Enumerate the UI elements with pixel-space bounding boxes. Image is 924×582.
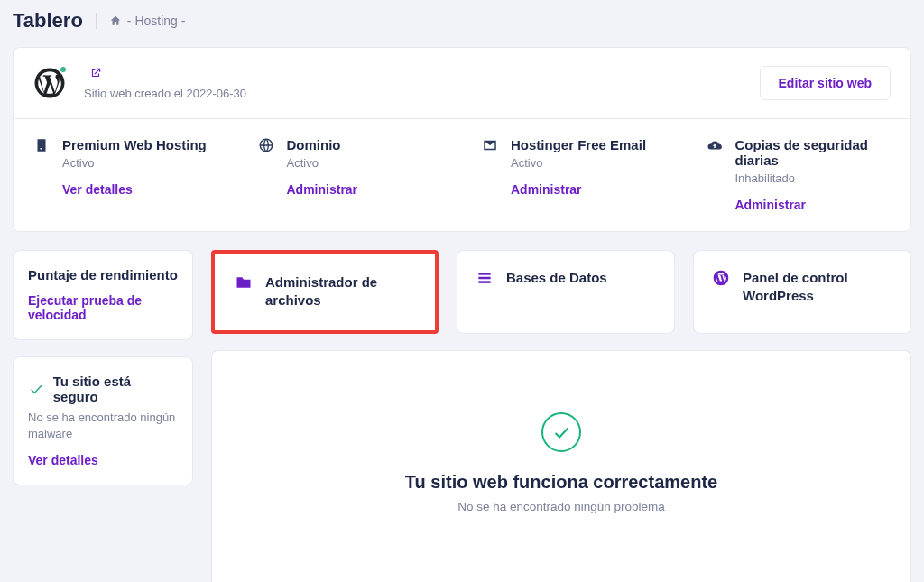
feature-link-manage[interactable]: Administrar [511,182,582,197]
site-info: Sitio web creado el 2022-06-30 [84,66,246,100]
separator [96,13,97,29]
status-dot-icon [59,65,68,74]
svg-rect-2 [478,277,490,280]
status-ok-circle-icon [541,412,581,452]
site-created-text: Sitio web creado el 2022-06-30 [84,87,246,100]
folder-icon [235,273,253,291]
page-title: Tablero [13,9,83,32]
feature-link-details[interactable]: Ver detalles [62,182,133,197]
external-link-icon [89,67,102,79]
title-bar: Tablero - Hosting - [13,0,911,47]
edit-site-button[interactable]: Editar sitio web [760,66,891,100]
tool-wordpress-panel[interactable]: Panel de control WordPress [693,250,911,334]
status-title: Tu sitio web funciona correctamente [405,472,717,493]
performance-card: Puntaje de rendimiento Ejecutar prueba d… [13,250,193,340]
tool-label: Administrador de archivos [265,273,415,310]
run-speed-test-link[interactable]: Ejecutar prueba de velocidad [28,293,178,322]
globe-icon [258,137,274,153]
security-details-link[interactable]: Ver detalles [28,453,98,467]
svg-rect-3 [478,281,490,283]
security-title: Tu sitio está seguro [53,374,178,404]
feature-title: Hostinger Free Email [511,137,646,152]
feature-status: Activo [287,156,358,170]
feature-status: Activo [511,156,646,170]
breadcrumb[interactable]: - Hosting - [109,14,186,28]
security-text: No se ha encontrado ningún malware [28,410,178,442]
site-domain-line[interactable] [84,66,246,84]
wordpress-icon [712,269,730,287]
feature-title: Premium Web Hosting [62,137,207,152]
tool-databases[interactable]: Bases de Datos [457,250,675,334]
feature-status: Inhabilitado [735,171,892,185]
tool-file-manager[interactable]: Administrador de archivos [211,250,439,334]
site-features-row: Premium Web Hosting Activo Ver detalles … [14,118,910,231]
feature-link-manage[interactable]: Administrar [735,198,807,212]
feature-email: Hostinger Free Email Activo Administrar [462,119,687,231]
site-status-card: Tu sitio web funciona correctamente No s… [211,350,911,583]
feature-backups: Copias de seguridad diarias Inhabilitado… [687,119,911,231]
wordpress-logo [33,67,66,99]
mail-icon [482,137,498,153]
performance-title: Puntaje de rendimiento [28,267,178,282]
cloud-backup-icon [707,137,723,153]
database-icon [476,269,494,287]
status-subtitle: No se ha encontrado ningún problema [457,500,665,513]
tool-label: Bases de Datos [506,269,607,287]
site-header: Sitio web creado el 2022-06-30 Editar si… [14,48,910,118]
feature-premium-hosting: Premium Web Hosting Activo Ver detalles [14,119,238,231]
tool-row: Administrador de archivos Bases de Datos… [211,250,911,334]
security-card: Tu sitio está seguro No se ha encontrado… [13,356,193,485]
feature-title: Copias de seguridad diarias [735,137,892,168]
home-icon [109,14,122,27]
feature-domain: Dominio Activo Administrar [238,119,463,231]
feature-link-manage[interactable]: Administrar [287,182,358,197]
check-icon [28,381,44,397]
breadcrumb-label: - Hosting - [127,14,186,28]
server-icon [33,137,50,153]
feature-status: Activo [62,156,207,170]
site-card: Sitio web creado el 2022-06-30 Editar si… [13,47,911,232]
feature-title: Dominio [287,137,358,152]
svg-rect-1 [478,273,490,275]
tool-label: Panel de control WordPress [743,269,892,306]
